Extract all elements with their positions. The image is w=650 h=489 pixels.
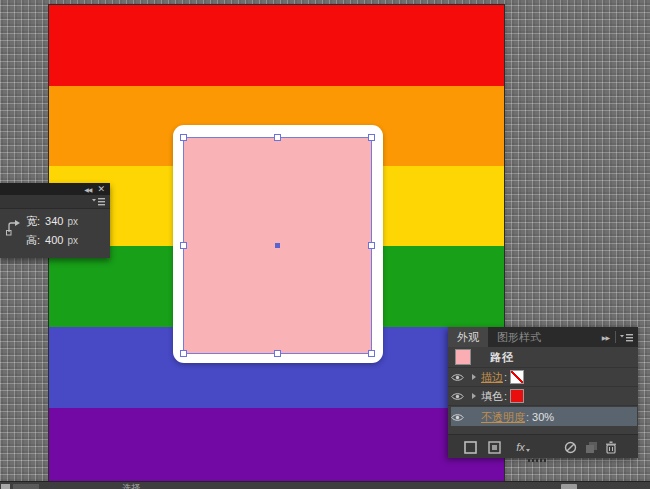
expand-panels-icon[interactable]: ▶▶ [598,327,613,347]
add-new-stroke-button[interactable] [463,440,477,454]
duplicate-item-button[interactable] [584,440,598,454]
trash-icon [605,441,617,454]
stripe-purple[interactable] [49,408,504,481]
width-value: 340 [45,215,63,227]
appearance-toolbar: fx [448,434,638,458]
path-label: 路径 [490,350,514,365]
opacity-link[interactable]: 不透明度 [481,410,525,425]
opacity-value: 30% [532,411,554,423]
tab-graphic-styles[interactable]: 图形样式 [488,327,550,347]
panel-menu-icon[interactable] [618,327,638,347]
duplicate-icon [585,441,598,454]
opacity-colon: : [526,411,529,423]
appearance-tabbar: 外观 图形样式 ▶▶ [448,327,638,347]
clear-icon [564,441,577,454]
stripe-red[interactable] [49,5,504,86]
visibility-toggle[interactable] [448,413,466,422]
height-unit: px [67,235,78,246]
visibility-toggle[interactable] [448,392,466,401]
height-label: 高: [26,234,40,246]
add-effect-button[interactable]: fx [512,440,534,454]
expand-fill-arrow[interactable] [466,393,481,399]
transform-icon [5,217,22,238]
clear-appearance-button[interactable] [563,440,577,454]
eye-icon [451,373,464,382]
selection-center-point [275,243,280,248]
eye-icon [451,413,464,422]
visibility-toggle[interactable] [448,373,466,382]
fill-colon: : [504,390,507,402]
info-panel-titlebar: ◀◀ ✕ [0,183,110,195]
new-stroke-icon [464,441,477,454]
width-readout: 宽:340px [26,214,78,229]
selection-handle-nw[interactable] [180,134,187,141]
status-tool-label: 选择 [122,482,140,489]
selection-handle-n[interactable] [274,134,281,141]
illustrator-workspace: ◀◀ ✕ 宽:340px [0,0,650,489]
path-header-row[interactable]: 路径 [448,347,638,368]
height-value: 400 [45,234,63,246]
selection-handle-sw[interactable] [180,350,187,357]
triangle-right-icon [472,393,476,399]
delete-item-button[interactable] [604,440,618,454]
tab-appearance[interactable]: 外观 [448,327,488,347]
transform-info-panel: ◀◀ ✕ 宽:340px [0,183,110,258]
appearance-panel: 外观 图形样式 ▶▶ 路径 [448,327,638,458]
horizontal-scrollbar-thumb[interactable] [561,484,577,489]
panel-menu-icon[interactable] [92,197,105,206]
fill-label: 填色 [481,389,503,404]
opacity-row[interactable]: 不透明度 : 30% [448,406,638,428]
eye-icon [451,392,464,401]
stroke-colon: : [504,371,507,383]
info-panel-menu-row [0,195,110,209]
tabbar-spacer [550,327,598,347]
triangle-right-icon [472,374,476,380]
stroke-none-swatch[interactable] [510,370,524,384]
tabbar-separator [615,331,616,343]
panel-resize-grip[interactable] [528,459,546,462]
expand-stroke-arrow[interactable] [466,374,481,380]
selection-handle-se[interactable] [368,350,375,357]
stroke-row[interactable]: 描边 : [448,368,638,387]
new-fill-icon [488,441,501,454]
scrollbar-corner [1,484,10,489]
path-thumbnail-swatch [455,349,471,365]
scrollbar-track-piece [13,484,39,489]
selection-handle-s[interactable] [274,350,281,357]
width-label: 宽: [26,215,40,227]
fx-dropdown-caret [526,449,530,452]
fill-color-swatch[interactable] [510,389,524,403]
stroke-link[interactable]: 描边 [481,370,503,385]
fx-icon: fx [516,441,525,453]
close-icon[interactable]: ✕ [97,185,105,194]
selection-handle-w[interactable] [180,242,187,249]
status-bar: 选择 [0,481,650,489]
height-readout: 高:400px [26,233,78,248]
opacity-row-content: 不透明度 : 30% [448,410,638,425]
selection-handle-ne[interactable] [368,134,375,141]
width-unit: px [67,216,78,227]
info-panel-body: 宽:340px 高:400px [0,209,110,258]
collapse-panel-icon[interactable]: ◀◀ [84,186,91,193]
selection-handle-e[interactable] [368,242,375,249]
fill-row[interactable]: 填色 : [448,387,638,406]
add-new-fill-button[interactable] [487,440,501,454]
